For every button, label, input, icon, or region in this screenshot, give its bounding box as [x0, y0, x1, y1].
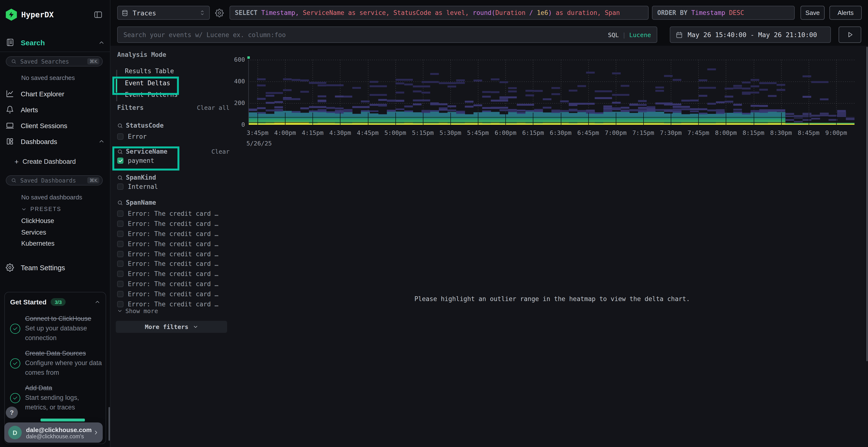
checkbox-unchecked[interactable] [117, 220, 123, 227]
analysis-mode-event-patterns[interactable]: Event Patterns [125, 91, 178, 99]
sidebar-item-dashboards[interactable]: Dashboards [6, 137, 105, 145]
checkbox-unchecked[interactable] [117, 281, 123, 287]
chevron-up-icon[interactable] [98, 138, 105, 144]
sidebar-item-alerts[interactable]: Alerts [6, 105, 105, 114]
sidebar-item-team-settings[interactable]: Team Settings [6, 264, 105, 272]
presets-toggle[interactable]: PRESETS [21, 206, 61, 212]
time-range-picker[interactable]: May 26 15:40:00 - May 26 21:10:00 [670, 27, 831, 43]
query-language-toggle[interactable]: SQL | Lucene [608, 31, 651, 38]
preset-services[interactable]: Services [21, 229, 46, 236]
sql-orderby-input[interactable]: ORDER BY Timestamp DESC [652, 6, 795, 20]
query-settings-button[interactable] [215, 8, 226, 18]
filter-checkbox-internal[interactable]: Internal [117, 183, 158, 190]
checkbox-label: Error: The credit card … [128, 240, 218, 247]
filter-checkbox-spanname[interactable]: Error: The credit card … [117, 229, 230, 239]
step-check-icon [10, 393, 20, 403]
x-tick-label: 6:45pm [577, 129, 599, 136]
event-deltas-main: 6004002000 3:45pm4:00pm4:15pm4:30pm4:45p… [236, 46, 868, 447]
filter-group-title: ServiceName [126, 148, 167, 155]
x-tick-label: 7:45pm [687, 129, 709, 136]
delta-chart-empty-state: Please highlight an outlier range in the… [236, 154, 868, 443]
saved-dashboards-input[interactable]: Saved Dashboards ⌘K [6, 175, 103, 185]
main-scrollbar-thumb[interactable] [866, 47, 868, 361]
user-menu[interactable]: D dale@clickhouse.com dale@clickhouse.co… [4, 422, 103, 443]
alerts-button-label: Alerts [838, 9, 854, 16]
checkbox-label: Error: The credit card … [128, 280, 218, 287]
mode-sql-label[interactable]: SQL [608, 31, 619, 38]
run-query-button[interactable] [839, 27, 861, 43]
bell-icon [6, 105, 14, 114]
checkbox-unchecked[interactable] [117, 183, 123, 190]
help-button[interactable]: ? [6, 407, 18, 419]
preset-clickhouse[interactable]: ClickHouse [21, 217, 54, 225]
sidebar-item-search[interactable]: Search [6, 38, 105, 47]
get-started-header[interactable]: Get Started 3/3 [5, 293, 105, 306]
x-tick-label: 8:00pm [715, 129, 737, 136]
save-button[interactable]: Save [801, 6, 825, 20]
preset-kubernetes[interactable]: Kubernetes [21, 240, 55, 247]
checkbox-checked[interactable] [117, 158, 123, 164]
sidebar-scrollbar-thumb[interactable] [108, 407, 110, 441]
sidebar-item-chart-explorer[interactable]: Chart Explorer [6, 90, 105, 98]
filter-checkbox-spanname[interactable]: Error: The credit card … [117, 289, 230, 299]
help-button-label: ? [10, 409, 14, 416]
y-tick-label: 400 [224, 77, 245, 85]
hidden-step-sliver [19, 419, 92, 422]
checkbox-label: Error: The credit card … [128, 250, 218, 257]
checkbox-unchecked[interactable] [117, 133, 123, 140]
chevron-up-icon[interactable] [98, 39, 105, 45]
sql-select-input[interactable]: SELECT Timestamp, ServiceName as service… [229, 6, 649, 20]
filter-checkbox-spanname[interactable]: Error: The credit card … [117, 259, 230, 269]
filter-checkbox-payment[interactable]: payment [117, 157, 154, 164]
duration-heatmap[interactable] [248, 60, 855, 125]
y-tick-label: 600 [224, 56, 245, 63]
saved-searches-input[interactable]: Saved Searches ⌘K [6, 56, 103, 66]
filter-checkbox-spanname[interactable]: Error: The credit card … [117, 269, 230, 279]
checkbox-unchecked[interactable] [117, 210, 123, 217]
checkbox-unchecked[interactable] [117, 291, 123, 297]
checkbox-unchecked[interactable] [117, 231, 123, 237]
search-input[interactable]: Search your events w/ Lucene ex. column:… [117, 27, 657, 43]
search-icon [11, 59, 17, 64]
sidebar-item-label: Chart Explorer [21, 90, 64, 98]
alerts-button[interactable]: Alerts [830, 6, 862, 20]
checkbox-label: Error: The credit card … [128, 220, 218, 227]
sidebar-item-client-sessions[interactable]: Client Sessions [6, 122, 105, 130]
mode-lucene-label[interactable]: Lucene [629, 31, 651, 38]
filter-checkbox-spanname[interactable]: Error: The credit card … [117, 249, 230, 259]
x-tick-label: 7:15pm [632, 129, 654, 136]
filter-group-title: StatusCode [126, 122, 164, 129]
checkbox-unchecked[interactable] [117, 261, 123, 267]
analysis-mode-event-deltas[interactable]: Event Deltas [125, 79, 170, 87]
source-select[interactable]: Traces [117, 6, 210, 20]
filter-checkbox-error[interactable]: Error [117, 133, 147, 140]
presets-label: PRESETS [30, 206, 61, 212]
x-tick-label: 5:30pm [439, 129, 461, 136]
checkbox-unchecked[interactable] [117, 271, 123, 277]
get-started-step[interactable]: Add Data Start sending logs, metrics, or… [10, 383, 105, 412]
user-team: dale@clickhouse.com's [26, 433, 92, 439]
get-started-badge: 3/3 [51, 298, 66, 306]
filter-checkbox-spanname[interactable]: Error: The credit card … [117, 239, 230, 249]
get-started-step[interactable]: Create Data Sources Configure where your… [10, 349, 105, 378]
checkbox-unchecked[interactable] [117, 251, 123, 257]
checkbox-unchecked[interactable] [117, 301, 123, 307]
filter-checkbox-spanname[interactable]: Error: The credit card … [117, 279, 230, 289]
checkbox-label: Error: The credit card … [128, 230, 218, 237]
filter-checkbox-spanname[interactable]: Error: The credit card … [117, 209, 230, 219]
app-logo[interactable]: HyperDX [6, 9, 54, 21]
clear-servicename-button[interactable]: Clear [212, 148, 229, 155]
collapse-sidebar-icon[interactable] [94, 10, 103, 19]
y-tick-label: 200 [224, 99, 245, 106]
create-dashboard-button[interactable]: + Create Dashboard [14, 158, 76, 166]
chevron-up-icon[interactable] [94, 299, 100, 305]
analysis-mode-results-table[interactable]: Results Table [125, 67, 174, 75]
get-started-step[interactable]: Connect to ClickHouse Set up your databa… [10, 314, 105, 343]
filter-checkbox-spanname[interactable]: Error: The credit card … [117, 219, 230, 229]
more-filters-button[interactable]: More filters [116, 321, 227, 333]
checkbox-label: Internal [128, 183, 158, 190]
no-saved-dashboards-text: No saved dashboards [21, 194, 82, 201]
checkbox-unchecked[interactable] [117, 241, 123, 247]
show-more-button[interactable]: Show more [117, 307, 158, 314]
filter-group-servicename: ServiceName [117, 148, 167, 155]
